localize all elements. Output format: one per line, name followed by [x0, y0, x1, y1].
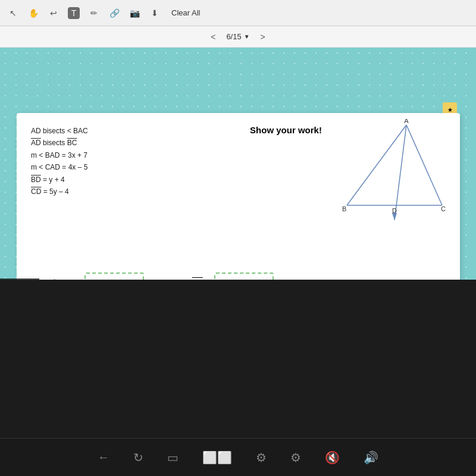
undo-icon[interactable]: ↩	[48, 7, 60, 19]
given-info: AD bisects < BAC AD bisects BC m < BAD =…	[31, 125, 88, 198]
geometry-diagram: A B D C	[329, 119, 448, 220]
settings-light-icon[interactable]: ⚙	[256, 450, 267, 465]
dropdown-arrow-icon[interactable]: ▼	[244, 33, 250, 40]
content-area: ★ Show your work! AD bisects < BAC AD bi…	[0, 48, 476, 280]
multiwindow-icon[interactable]: ⬜⬜	[202, 450, 232, 465]
svg-text:D: D	[392, 207, 397, 214]
pen-icon[interactable]: ✏	[88, 7, 100, 19]
link-icon[interactable]: 🔗	[108, 7, 120, 19]
svg-line-1	[406, 125, 442, 205]
svg-text:A: A	[404, 119, 409, 124]
next-page-button[interactable]: >	[257, 31, 269, 43]
refresh-icon[interactable]: ↻	[133, 450, 143, 465]
back-arrow-icon[interactable]: ←	[98, 450, 109, 464]
nav-bar: < 6/15 ▼ >	[0, 26, 476, 48]
given-line-5: BD = y + 4	[31, 174, 88, 186]
arrow-icon[interactable]: ↖	[7, 7, 19, 19]
volume-icon[interactable]: 🔊	[364, 450, 378, 465]
given-line-4: m < CAD = 4x – 5	[31, 161, 88, 173]
taskbar: ← ↻ ▭ ⬜⬜ ⚙ ⚙ 🔇 🔊	[0, 438, 476, 476]
text-icon[interactable]: T	[68, 7, 80, 19]
paper-card: Show your work! AD bisects < BAC AD bise…	[17, 113, 460, 303]
given-line-1: AD bisects < BAC	[31, 125, 88, 137]
camera-icon[interactable]: 📷	[129, 7, 140, 19]
svg-text:C: C	[441, 205, 446, 212]
mute-icon[interactable]: 🔇	[325, 450, 340, 465]
page-indicator: 6/15 ▼	[226, 32, 249, 41]
download-icon[interactable]: ⬇	[149, 7, 161, 19]
given-line-2: AD bisects BC	[31, 137, 88, 149]
prev-page-button[interactable]: <	[207, 31, 219, 43]
svg-text:B: B	[342, 205, 346, 212]
given-line-6: CD = 5y – 4	[31, 186, 88, 198]
toolbar: ↖ ✋ ↩ T ✏ 🔗 📷 ⬇ Clear All	[0, 0, 476, 26]
hand-icon[interactable]: ✋	[27, 7, 39, 19]
given-line-3: m < BAD = 3x + 7	[31, 149, 88, 161]
settings-dark-icon[interactable]: ⚙	[290, 450, 301, 465]
page-number: 6/15	[226, 32, 241, 41]
window-icon[interactable]: ▭	[167, 450, 178, 465]
clear-all-button[interactable]: Clear All	[171, 8, 200, 17]
